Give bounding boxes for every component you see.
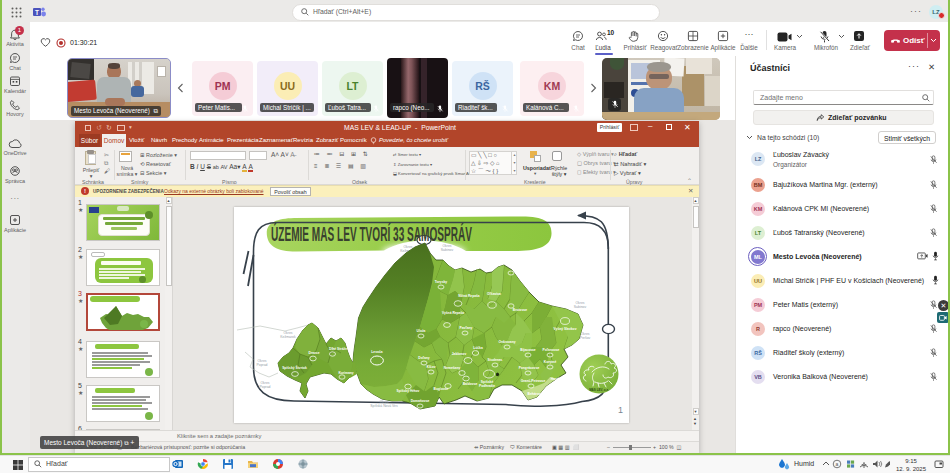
svg-text:Granč-Petrovce: Granč-Petrovce [521, 379, 546, 383]
svg-text:Vyšná Repaša: Vyšná Repaša [442, 311, 464, 315]
svg-text:Ordzovany: Ordzovany [498, 340, 515, 344]
svg-text:Brutovce: Brutovce [513, 308, 527, 312]
svg-text:Torysky: Torysky [435, 280, 448, 284]
svg-text:Uloža: Uloža [417, 329, 426, 333]
svg-text:Buglovce: Buglovce [434, 387, 449, 391]
svg-text:Doľany: Doľany [418, 356, 430, 360]
svg-text:Pongrácovce: Pongrácovce [519, 366, 540, 370]
svg-text:Nemešany: Nemešany [444, 366, 461, 370]
svg-text:Harakovce: Harakovce [551, 377, 568, 381]
svg-text:Klčov: Klčov [427, 365, 436, 369]
svg-text:Jablonov: Jablonov [452, 352, 467, 356]
svg-text:Dlhé Stráže: Dlhé Stráže [329, 347, 347, 351]
svg-text:Prešov: Prešov [580, 336, 591, 340]
svg-text:Podhradie: Podhradie [479, 384, 495, 388]
svg-text:Korytné: Korytné [544, 360, 557, 364]
svg-text:Bijacovce: Bijacovce [520, 348, 536, 352]
svg-text:Sabinov: Sabinov [441, 248, 454, 252]
svg-text:Spišský Hrhov: Spišský Hrhov [397, 389, 420, 393]
svg-text:MAS LEV, o.z.: MAS LEV, o.z. [589, 388, 609, 392]
svg-text:Studenec: Studenec [488, 358, 503, 362]
svg-text:Pavľany: Pavľany [460, 326, 473, 330]
svg-text:Sabinov: Sabinov [574, 305, 587, 309]
svg-text:Oľšavica: Oľšavica [487, 292, 501, 296]
svg-text:Dravce: Dravce [309, 351, 320, 355]
svg-text:Behárovce: Behárovce [528, 392, 545, 396]
svg-text:Spišská Nová Ves: Spišská Nová Ves [370, 404, 398, 408]
svg-text:Kurimany: Kurimany [338, 371, 353, 375]
svg-text:Vyšný Slavkov: Vyšný Slavkov [554, 327, 577, 331]
svg-text:1: 1 [618, 405, 623, 415]
svg-text:Nižná Repaša: Nižná Repaša [458, 294, 480, 298]
svg-text:ÚZEMIE MAS LEV TVORÍ 33 SAMOSP: ÚZEMIE MAS LEV TVORÍ 33 SAMOSPRÁV [271, 222, 472, 245]
svg-text:T: T [35, 9, 39, 16]
svg-text:Spišský Štvrtok: Spišský Štvrtok [282, 365, 307, 370]
svg-text:a: a [836, 461, 839, 467]
svg-text:Levoča: Levoča [371, 350, 383, 354]
svg-text:Poľanovce: Poľanovce [543, 348, 560, 352]
svg-text:Lúčka: Lúčka [473, 346, 483, 350]
svg-text:Poprad: Poprad [257, 363, 268, 367]
svg-text:Kežmarok: Kežmarok [280, 335, 296, 339]
svg-text:Poprad: Poprad [260, 385, 271, 389]
svg-text:Domaňovce: Domaňovce [411, 399, 430, 403]
svg-text:Baldovce: Baldovce [463, 382, 478, 386]
